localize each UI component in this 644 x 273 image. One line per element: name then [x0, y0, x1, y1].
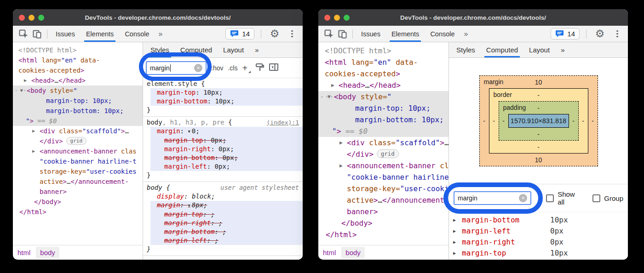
- margin-right-value[interactable]: -: [588, 88, 598, 154]
- computed-property-row[interactable]: ▶margin-left0px: [449, 225, 628, 236]
- sidebar-panel-icon[interactable]: [269, 63, 278, 73]
- dom-tree-line[interactable]: </html>: [318, 229, 448, 240]
- breadcrumb-item-html[interactable]: html: [17, 249, 30, 256]
- expand-arrow-icon[interactable]: ▶: [453, 228, 456, 233]
- dom-tree-line[interactable]: "cookie-banner hairline-t: [13, 156, 143, 166]
- dom-tree-line[interactable]: ▶<announcement-banner cl: [318, 160, 448, 171]
- tab-styles[interactable]: Styles: [145, 42, 175, 57]
- expand-arrow-icon[interactable]: ▶: [339, 137, 343, 148]
- breadcrumb-item-body[interactable]: body: [341, 247, 365, 258]
- tab-issues[interactable]: Issues: [50, 26, 80, 42]
- style-declaration[interactable]: margin-bottom: ;: [150, 228, 303, 236]
- dom-tree-line[interactable]: </div>grid: [318, 148, 448, 160]
- device-toolbar-icon[interactable]: [30, 27, 44, 41]
- border-left-value[interactable]: -: [489, 101, 499, 141]
- style-declaration[interactable]: margin-top: ;: [150, 210, 303, 219]
- computed-filter-input[interactable]: margin ×: [454, 191, 531, 205]
- issues-counter-badge[interactable]: 14: [225, 28, 254, 40]
- style-declaration[interactable]: margin-top: 10px;: [150, 88, 303, 97]
- toggle-class-button[interactable]: .cls: [228, 64, 237, 72]
- style-declaration[interactable]: margin: ▼8px;: [150, 201, 303, 210]
- titlebar[interactable]: DevTools - developer.chrome.com/docs/dev…: [318, 9, 628, 26]
- dom-tree-line[interactable]: banner>: [318, 206, 448, 217]
- padding-left-value[interactable]: -: [499, 114, 508, 128]
- shorthand-expand-icon[interactable]: ▼: [188, 203, 190, 208]
- computed-property-row[interactable]: ▶margin-right0px: [449, 236, 628, 247]
- settings-gear-icon[interactable]: ⚙: [593, 27, 607, 41]
- tab-console[interactable]: Console: [425, 26, 460, 42]
- dom-tree-line[interactable]: ▶<head>…</head>: [318, 80, 448, 91]
- dom-tree-line[interactable]: ···▼<body style=": [13, 85, 143, 96]
- toggle-pseudo-state-button[interactable]: :hov: [211, 64, 223, 72]
- dom-tree-line[interactable]: storage-key="user-cooki: [318, 183, 448, 194]
- box-model-border-ring[interactable]: border - - - - padding - -: [489, 88, 588, 154]
- new-style-rule-icon[interactable]: +: [242, 63, 251, 73]
- rule-selector[interactable]: body, h1, h3, p, pre {(index):1: [143, 118, 303, 127]
- minimize-window-button[interactable]: [29, 15, 34, 21]
- dom-tree-line[interactable]: banner>: [13, 187, 143, 197]
- tab-computed[interactable]: Computed: [481, 42, 523, 57]
- dom-tree-line[interactable]: active>…</announcement-: [13, 176, 143, 187]
- style-declaration[interactable]: display: block;: [150, 192, 303, 201]
- dom-tree-line[interactable]: margin-top: 10px;: [318, 102, 448, 114]
- group-checkbox[interactable]: Group: [592, 194, 623, 202]
- expand-arrow-icon[interactable]: ▶: [24, 75, 27, 85]
- kebab-menu-icon[interactable]: [285, 27, 299, 41]
- fullscreen-window-button[interactable]: [344, 15, 350, 21]
- margin-top-value[interactable]: 10: [489, 76, 588, 88]
- more-tabs-icon[interactable]: »: [460, 26, 472, 42]
- expand-arrow-icon[interactable]: ▶: [32, 146, 35, 156]
- rule-selector[interactable]: element.style {: [143, 80, 303, 88]
- style-declaration[interactable]: margin-top: 0px;: [150, 136, 303, 145]
- device-toolbar-icon[interactable]: [336, 27, 350, 41]
- tab-elements[interactable]: Elements: [386, 26, 425, 42]
- dom-tree-line[interactable]: ▶<announcement-banner clas: [13, 146, 143, 156]
- dom-tree-line[interactable]: <!DOCTYPE html>: [13, 45, 143, 55]
- checkbox-box[interactable]: [546, 194, 554, 202]
- close-window-button[interactable]: [19, 15, 25, 21]
- tab-layout[interactable]: Layout: [218, 42, 249, 57]
- checkbox-box[interactable]: [592, 194, 600, 202]
- box-model-padding-ring[interactable]: padding - - - - 1570.910×831.818: [499, 101, 579, 141]
- dom-tree-line[interactable]: margin-bottom: 10px;: [318, 114, 448, 125]
- titlebar[interactable]: DevTools - developer.chrome.com/docs/dev…: [13, 9, 303, 26]
- box-model-margin-ring[interactable]: margin 10 10 - - border - - - -: [479, 75, 598, 166]
- collapse-arrow-icon[interactable]: ▼: [20, 85, 23, 96]
- margin-bottom-value[interactable]: 10: [489, 154, 588, 166]
- shorthand-expand-icon[interactable]: ▼: [188, 129, 190, 134]
- style-declaration[interactable]: margin-bottom: 10px;: [150, 97, 303, 106]
- padding-bottom-value[interactable]: -: [508, 128, 569, 140]
- dom-tree-line[interactable]: active>…</announcement: [318, 194, 448, 206]
- breadcrumb-item-html[interactable]: html: [323, 249, 336, 256]
- paint-roller-icon[interactable]: [255, 63, 264, 74]
- kebab-menu-icon[interactable]: [610, 27, 624, 41]
- style-declaration[interactable]: margin-right: 0px;: [150, 145, 303, 154]
- dom-tree-line[interactable]: margin-bottom: 10px;: [13, 106, 143, 116]
- dom-tree-line[interactable]: </body>: [318, 217, 448, 229]
- rule-selector[interactable]: body {user agent stylesheet: [143, 183, 303, 192]
- dom-tree-line[interactable]: <html lang="en" data-: [318, 57, 448, 68]
- dom-tree-line[interactable]: ▶<div class="scaffold">…: [318, 137, 448, 148]
- expand-arrow-icon[interactable]: ▶: [339, 160, 343, 171]
- computed-property-row[interactable]: ▶margin-top10px: [449, 247, 628, 258]
- style-declaration[interactable]: margin-left: 0px;: [150, 162, 303, 171]
- dom-tree-line[interactable]: "cookie-banner hairline: [318, 171, 448, 183]
- stylesheet-source-link[interactable]: (index):1: [267, 118, 299, 127]
- margin-left-value[interactable]: -: [480, 88, 489, 154]
- dom-tree-line[interactable]: "> == $0: [318, 125, 448, 137]
- tab-console[interactable]: Console: [119, 26, 155, 42]
- show-all-checkbox[interactable]: Show all: [546, 190, 582, 206]
- dom-tree-line[interactable]: </div>grid: [13, 136, 143, 146]
- style-declaration[interactable]: margin: ▼0;: [150, 127, 303, 136]
- node-overflow-dots-icon[interactable]: ···: [320, 91, 334, 102]
- computed-property-row[interactable]: ▶margin-bottom10px: [449, 214, 628, 225]
- dom-tree-line[interactable]: </body>: [13, 197, 143, 207]
- dom-tree-line[interactable]: cookies-accepted>: [318, 68, 448, 80]
- collapse-arrow-icon[interactable]: ▼: [328, 91, 331, 102]
- inspect-element-icon[interactable]: [17, 27, 30, 41]
- minimize-window-button[interactable]: [334, 15, 340, 21]
- styles-filter-input[interactable]: margin ×: [146, 61, 207, 75]
- tab-elements[interactable]: Elements: [80, 26, 119, 42]
- issues-counter-badge[interactable]: 14: [551, 28, 580, 40]
- dom-tree-line[interactable]: storage-key="user-cookies: [13, 166, 143, 176]
